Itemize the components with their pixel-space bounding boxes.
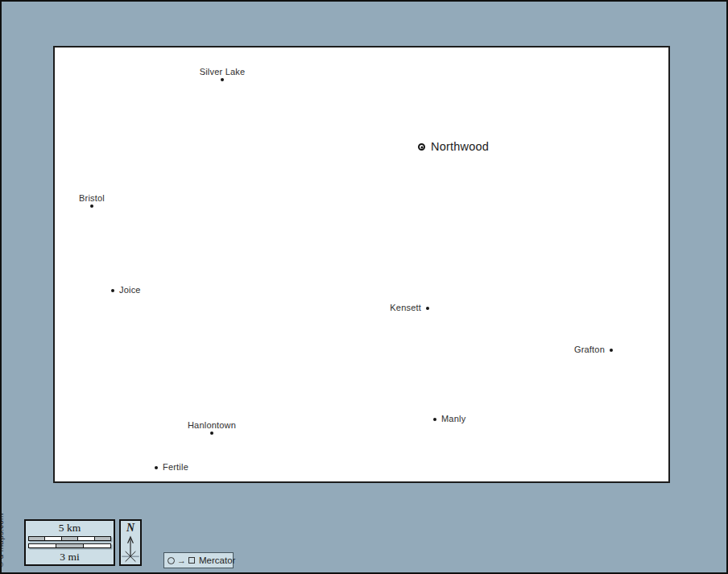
copyright-attribution: © d-maps.com (0, 513, 5, 568)
sphere-icon (168, 557, 175, 564)
scale-bar-mi (28, 543, 111, 548)
north-indicator: N (119, 519, 142, 566)
town-dot-icon (210, 432, 213, 435)
town-label: Bristol (79, 193, 105, 203)
town-dot-icon (433, 418, 436, 421)
scale-segment (56, 544, 84, 547)
scale-segment (84, 544, 110, 547)
arrow-right-icon: → (177, 556, 186, 565)
town-dot-icon (90, 204, 93, 208)
town-label: Grafton (574, 345, 605, 354)
town-label: Silver Lake (200, 67, 246, 76)
town-label: Joice (119, 285, 141, 295)
flat-map-icon (188, 557, 195, 564)
town-dot-icon (610, 349, 613, 352)
town-label: Fertile (163, 462, 188, 472)
town-dot-icon (426, 307, 429, 310)
town-label: Kensett (390, 303, 421, 312)
county-seat-marker-icon (418, 143, 425, 151)
town-label: Northwood (431, 140, 489, 153)
scale-km-label: 5 km (59, 522, 81, 534)
town-dot-icon (221, 78, 224, 81)
scale-bar-km (28, 536, 111, 541)
scale-segment (29, 544, 56, 547)
town-label: Hanlontown (188, 420, 236, 430)
scale-segment (62, 537, 78, 540)
projection-name: Mercator (199, 555, 235, 565)
scale-legend: 5 km 3 mi (24, 519, 115, 566)
scale-segment (29, 537, 45, 540)
town-dot-icon (111, 289, 114, 292)
county-seat-core (420, 146, 423, 148)
map-sheet: Silver Lake Northwood Bristol Joice Kens… (53, 46, 670, 483)
north-label: N (126, 522, 134, 535)
scale-segment (78, 537, 94, 540)
town-label: Manly (441, 414, 465, 423)
town-dot-icon (155, 466, 158, 469)
north-arrow-icon (122, 535, 139, 564)
scale-segment (95, 537, 110, 540)
scale-mi-label: 3 mi (60, 551, 79, 563)
scale-segment (45, 537, 61, 540)
projection-legend: → Mercator (163, 552, 234, 568)
map-canvas: Silver Lake Northwood Bristol Joice Kens… (0, 0, 728, 574)
